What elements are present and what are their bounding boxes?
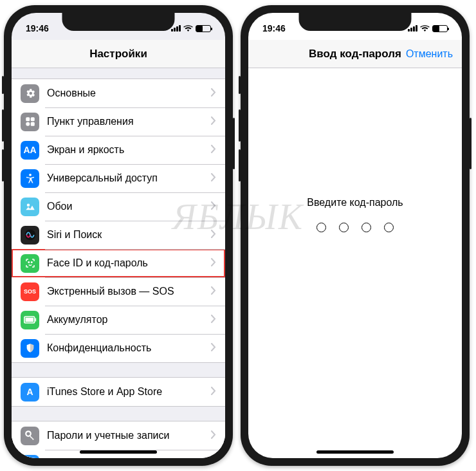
settings-row-sos[interactable]: SOSЭкстренный вызов — SOS bbox=[12, 277, 225, 306]
control-center-icon bbox=[21, 113, 39, 131]
row-label: Аккумулятор bbox=[47, 314, 211, 326]
notch bbox=[62, 13, 175, 31]
settings-list[interactable]: ОсновныеПункт управленияAAЭкран и яркост… bbox=[12, 68, 225, 458]
passcode-dots bbox=[248, 223, 462, 232]
row-label: Конфиденциальность bbox=[47, 342, 211, 354]
chevron-right-icon bbox=[211, 257, 216, 269]
svg-point-4 bbox=[29, 174, 32, 176]
accessibility-icon bbox=[21, 169, 39, 188]
chevron-right-icon bbox=[211, 342, 216, 354]
svg-rect-11 bbox=[35, 319, 36, 322]
settings-row-wallpaper[interactable]: Обои bbox=[12, 192, 225, 221]
settings-row-passwords[interactable]: Пароли и учетные записи bbox=[12, 421, 225, 450]
settings-row-battery[interactable]: Аккумулятор bbox=[12, 306, 225, 334]
status-time: 19:46 bbox=[26, 23, 49, 33]
privacy-icon bbox=[21, 339, 39, 358]
chevron-right-icon bbox=[211, 286, 216, 297]
settings-row-faceid[interactable]: Face ID и код-пароль bbox=[12, 249, 225, 277]
cellular-icon bbox=[408, 25, 417, 32]
battery-icon bbox=[432, 25, 448, 32]
passwords-icon bbox=[21, 427, 39, 445]
settings-row-control-center[interactable]: Пункт управления bbox=[12, 107, 225, 136]
battery-icon bbox=[196, 25, 211, 32]
display-icon: AA bbox=[21, 141, 39, 160]
passcode-dot bbox=[362, 223, 371, 232]
row-label: Siri и Поиск bbox=[47, 229, 211, 241]
sos-icon: SOS bbox=[21, 282, 39, 301]
row-label: iTunes Store и App Store bbox=[47, 386, 211, 398]
chevron-right-icon bbox=[211, 201, 216, 212]
row-label: Экстренный вызов — SOS bbox=[47, 286, 211, 297]
svg-rect-3 bbox=[30, 122, 34, 126]
settings-row-general[interactable]: Основные bbox=[12, 79, 225, 107]
home-indicator[interactable] bbox=[316, 450, 394, 454]
chevron-right-icon bbox=[211, 229, 216, 241]
settings-row-display[interactable]: AAЭкран и яркость bbox=[12, 136, 225, 164]
chevron-right-icon bbox=[211, 430, 216, 441]
chevron-right-icon bbox=[211, 386, 216, 398]
passcode-dot bbox=[384, 223, 394, 232]
chevron-right-icon bbox=[211, 88, 216, 99]
settings-row-accessibility[interactable]: Универсальный доступ bbox=[12, 164, 225, 192]
passcode-dot bbox=[339, 223, 349, 232]
wifi-icon bbox=[420, 25, 430, 32]
navbar-passcode: Ввод код-пароля Отменить bbox=[248, 40, 462, 68]
chevron-right-icon bbox=[211, 314, 216, 326]
wallpaper-icon bbox=[21, 198, 39, 216]
wifi-icon bbox=[183, 25, 193, 32]
settings-row-privacy[interactable]: Конфиденциальность bbox=[12, 334, 225, 362]
svg-rect-1 bbox=[30, 117, 34, 121]
passcode-entry: Введите код-пароль bbox=[248, 68, 462, 232]
row-label: Универсальный доступ bbox=[47, 172, 211, 184]
row-label: Пароли и учетные записи bbox=[47, 430, 211, 441]
passcode-prompt: Введите код-пароль bbox=[248, 197, 462, 208]
cancel-button[interactable]: Отменить bbox=[406, 48, 453, 60]
chevron-right-icon bbox=[211, 116, 216, 127]
battery-icon bbox=[21, 311, 39, 329]
row-label: Пункт управления bbox=[47, 116, 211, 127]
notch bbox=[299, 13, 412, 31]
row-label: Экран и яркость bbox=[47, 144, 211, 156]
svg-rect-0 bbox=[26, 117, 30, 121]
svg-point-7 bbox=[28, 262, 30, 263]
siri-icon bbox=[21, 226, 39, 245]
navbar-settings: Настройки bbox=[12, 40, 225, 68]
status-time: 19:46 bbox=[262, 23, 286, 33]
svg-rect-10 bbox=[25, 318, 33, 322]
appstore-icon: A bbox=[21, 383, 39, 402]
settings-row-siri[interactable]: Siri и Поиск bbox=[12, 221, 225, 249]
mail-icon: ✉ bbox=[21, 455, 39, 459]
home-indicator[interactable] bbox=[80, 450, 157, 454]
row-label: Основные bbox=[47, 88, 211, 99]
svg-point-5 bbox=[26, 204, 30, 207]
general-icon bbox=[21, 84, 39, 103]
row-label: Обои bbox=[47, 201, 211, 212]
cellular-icon bbox=[171, 25, 181, 32]
settings-row-appstore[interactable]: AiTunes Store и App Store bbox=[12, 378, 225, 406]
chevron-right-icon bbox=[211, 144, 216, 156]
chevron-right-icon bbox=[211, 172, 216, 184]
faceid-icon bbox=[21, 254, 39, 273]
page-title: Ввод код-пароля bbox=[309, 48, 401, 60]
phone-left: 19:46 Настройки ОсновныеПункт управления… bbox=[4, 5, 233, 466]
svg-point-2 bbox=[26, 122, 30, 126]
row-label: Face ID и код-пароль bbox=[47, 257, 211, 269]
svg-point-8 bbox=[31, 262, 32, 263]
page-title: Настройки bbox=[89, 48, 147, 60]
phone-right: 19:46 Ввод код-пароля Отменить Введите к… bbox=[241, 5, 470, 466]
passcode-dot bbox=[316, 223, 326, 232]
